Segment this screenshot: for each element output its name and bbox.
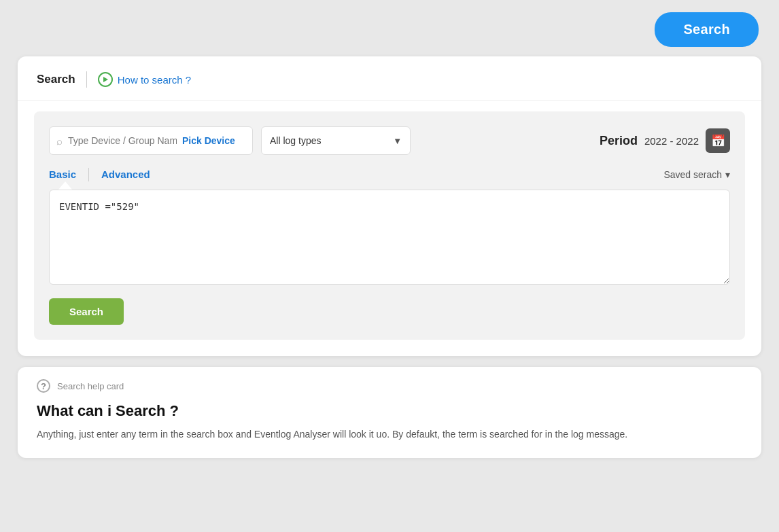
tab-divider — [88, 168, 89, 181]
help-card-description: Anything, just enter any term in the sea… — [37, 427, 742, 442]
help-card-header: ? Search help card — [37, 379, 742, 393]
how-to-search-label: How to search ? — [118, 74, 191, 86]
tab-advanced[interactable]: Advanced — [101, 164, 150, 184]
search-row: ⌕ Pick Device All log types ▼ Period 202… — [49, 126, 730, 155]
saved-search[interactable]: Saved serach ▾ — [663, 169, 730, 180]
saved-search-label: Saved serach — [663, 169, 722, 180]
top-bar: Search — [0, 0, 779, 56]
period-value: 2022 - 2022 — [644, 135, 699, 147]
log-type-label: All log types — [270, 135, 321, 146]
question-mark: ? — [41, 381, 46, 391]
play-icon — [98, 72, 113, 87]
tabs-row: Basic Advanced Saved serach ▾ — [49, 164, 730, 184]
help-card-section-label: Search help card — [57, 381, 124, 391]
help-card: ? Search help card What can i Search ? A… — [18, 367, 761, 458]
calendar-icon: 📅 — [711, 134, 725, 148]
triangle-indicator — [58, 181, 72, 190]
query-textarea[interactable] — [49, 190, 730, 285]
period-label: Period — [600, 134, 638, 148]
search-button[interactable]: Search — [49, 298, 124, 325]
search-top-button[interactable]: Search — [655, 12, 759, 47]
log-type-select-wrap[interactable]: All log types ▼ — [261, 126, 411, 155]
chevron-down-icon: ▼ — [393, 136, 402, 146]
device-input-wrap: ⌕ Pick Device — [49, 126, 253, 155]
header-divider — [86, 71, 87, 88]
card-header: Search How to search ? — [18, 56, 761, 101]
search-panel: ⌕ Pick Device All log types ▼ Period 202… — [34, 111, 745, 340]
saved-search-chevron: ▾ — [725, 169, 730, 180]
how-to-search-link[interactable]: How to search ? — [98, 72, 191, 87]
help-card-title: What can i Search ? — [37, 402, 742, 420]
calendar-button[interactable]: 📅 — [706, 128, 730, 153]
main-card: Search How to search ? ⌕ Pick Device All… — [18, 56, 761, 356]
search-icon-sm: ⌕ — [56, 135, 63, 147]
period-wrap: Period 2022 - 2022 📅 — [600, 128, 730, 153]
query-box-wrap — [49, 190, 730, 287]
pick-device-button[interactable]: Pick Device — [182, 135, 235, 146]
device-input[interactable] — [68, 135, 177, 146]
question-icon: ? — [37, 379, 50, 393]
card-header-title: Search — [37, 73, 75, 86]
